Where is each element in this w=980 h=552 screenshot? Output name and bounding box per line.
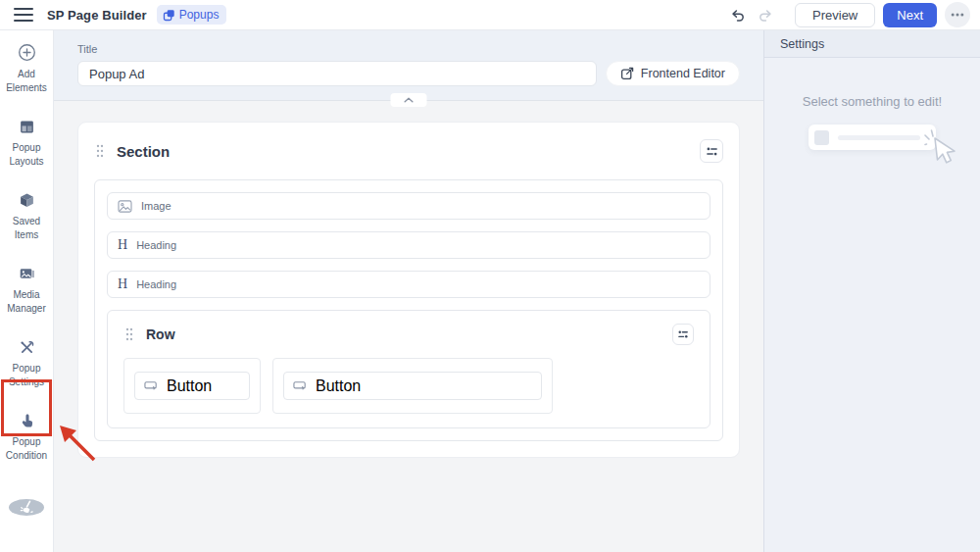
element-label: Button xyxy=(167,377,212,395)
tools-icon xyxy=(19,339,35,356)
layout-icon xyxy=(19,119,35,135)
element-button[interactable]: Button xyxy=(134,372,250,400)
popups-badge[interactable]: Popups xyxy=(157,5,227,25)
cube-icon xyxy=(19,192,35,209)
element-label: Image xyxy=(141,200,172,212)
empty-state-message: Select something to edit! xyxy=(803,94,942,109)
media-icon xyxy=(19,266,35,282)
app-title: SP Page Builder xyxy=(47,8,147,23)
element-button[interactable]: Button xyxy=(283,372,542,400)
title-label: Title xyxy=(77,43,740,55)
sidebar-item-popup-condition[interactable]: Popup Condition xyxy=(0,400,53,474)
ellipsis-icon xyxy=(951,13,964,17)
clear-page-button[interactable] xyxy=(9,499,44,516)
row-column: Button xyxy=(272,358,553,414)
editor-canvas: Section xyxy=(54,101,763,552)
redo-button[interactable] xyxy=(752,7,779,24)
sidebar-item-label: Add Elements xyxy=(3,68,50,94)
sidebar-item-label: Popup Settings xyxy=(3,362,50,388)
main-area: Title Frontend Editor xyxy=(54,30,763,552)
empty-state-illustration xyxy=(808,125,936,150)
title-bar: Title Frontend Editor xyxy=(54,30,763,101)
more-options-button[interactable] xyxy=(945,2,970,27)
sidebar-item-saved-items[interactable]: Saved Items xyxy=(0,179,53,253)
sidebar-item-label: Saved Items xyxy=(3,215,50,241)
edit-external-icon xyxy=(620,67,634,80)
row-column: Button xyxy=(123,358,261,414)
sidebar-item-label: Media Manager xyxy=(3,288,50,315)
sliders-icon xyxy=(706,146,718,157)
element-heading[interactable]: H Heading xyxy=(107,231,710,259)
frontend-editor-label: Frontend Editor xyxy=(641,67,725,80)
next-button[interactable]: Next xyxy=(883,3,937,27)
undo-button[interactable] xyxy=(724,7,752,24)
element-heading[interactable]: H Heading xyxy=(107,271,710,298)
button-icon xyxy=(144,380,159,392)
skeleton-bar xyxy=(808,125,936,150)
element-label: Button xyxy=(316,377,361,395)
topbar: SP Page Builder Popups Preview Next xyxy=(0,0,980,30)
hamburger-icon[interactable] xyxy=(14,8,33,22)
collapse-titlebar-button[interactable] xyxy=(391,93,427,107)
popups-icon xyxy=(163,9,175,22)
button-icon xyxy=(293,380,308,392)
section-column: Image H Heading H Heading xyxy=(94,179,723,441)
sidebar-item-popup-settings[interactable]: Popup Settings xyxy=(0,326,53,400)
section-title: Section xyxy=(117,143,170,160)
image-icon xyxy=(118,200,132,213)
settings-panel-header: Settings xyxy=(764,30,980,58)
element-label: Heading xyxy=(136,278,176,290)
skeleton-square xyxy=(814,130,829,145)
left-sidebar: Add Elements Popup Layouts Saved Items M… xyxy=(0,30,54,552)
heading-icon: H xyxy=(118,277,127,291)
plus-circle-icon xyxy=(18,43,36,62)
sliders-icon xyxy=(677,329,689,339)
popups-badge-label: Popups xyxy=(179,8,220,22)
sidebar-item-label: Popup Condition xyxy=(3,435,50,462)
section-block[interactable]: Section xyxy=(77,122,740,458)
drag-handle-icon[interactable] xyxy=(123,326,135,343)
row-options-button[interactable] xyxy=(672,324,694,345)
frontend-editor-button[interactable]: Frontend Editor xyxy=(606,61,740,86)
element-label: Heading xyxy=(136,239,176,251)
redo-icon xyxy=(758,9,773,22)
row-title: Row xyxy=(146,326,175,342)
sidebar-item-popup-layouts[interactable]: Popup Layouts xyxy=(0,106,53,179)
cursor-click-icon xyxy=(924,125,957,168)
row-block[interactable]: Row xyxy=(107,310,710,428)
chevron-up-icon xyxy=(404,97,415,103)
element-image[interactable]: Image xyxy=(107,192,710,220)
preview-button[interactable]: Preview xyxy=(795,3,875,27)
popup-title-input[interactable] xyxy=(77,61,597,86)
skeleton-line xyxy=(838,135,920,140)
settings-panel: Settings Select something to edit! xyxy=(763,30,980,552)
heading-icon: H xyxy=(118,238,127,252)
sidebar-item-add-elements[interactable]: Add Elements xyxy=(0,30,53,106)
undo-icon xyxy=(730,9,746,22)
sidebar-item-media-manager[interactable]: Media Manager xyxy=(0,253,53,326)
broom-icon xyxy=(19,499,35,516)
section-options-button[interactable] xyxy=(700,139,723,163)
sidebar-item-label: Popup Layouts xyxy=(3,141,50,168)
click-hand-icon xyxy=(19,413,35,429)
drag-handle-icon[interactable] xyxy=(94,142,106,160)
